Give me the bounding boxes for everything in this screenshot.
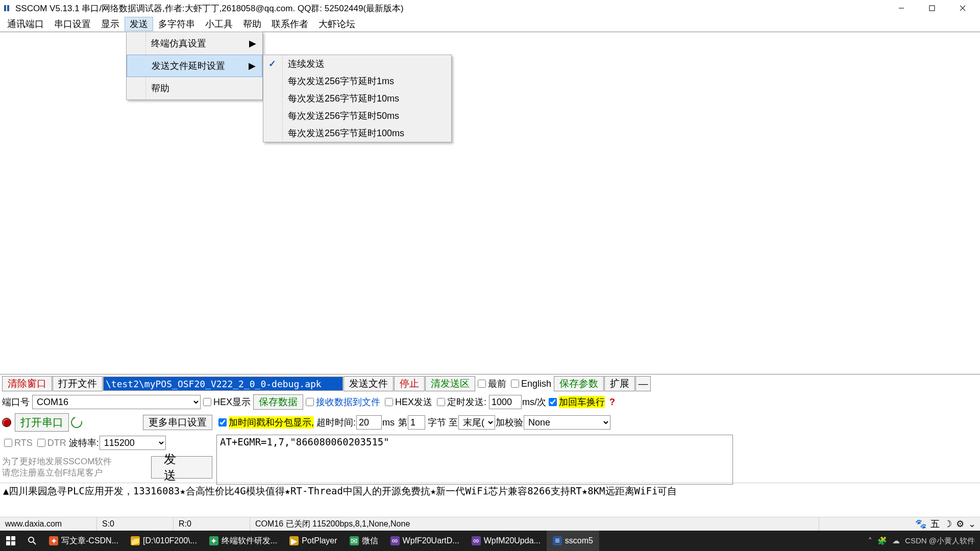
- file-path-input[interactable]: [103, 377, 343, 391]
- interval-input[interactable]: [489, 395, 522, 409]
- timeout-unit-label: ms: [382, 417, 398, 428]
- start-button[interactable]: [0, 531, 21, 551]
- checksum-select[interactable]: None: [524, 415, 610, 430]
- english-checkbox[interactable]: English: [509, 379, 553, 389]
- status-port-info: COM16 已关闭 115200bps,8,1,None,None: [250, 517, 819, 531]
- submenu-delay-50ms[interactable]: 每次发送256字节延时50ms: [263, 107, 451, 124]
- taskbar-app-1[interactable]: 📁[D:\010F200\...: [125, 531, 203, 551]
- send-text-input[interactable]: AT+EGMR=1,7,"866080060203515": [216, 435, 733, 485]
- menu-serial-settings[interactable]: 串口设置: [49, 17, 96, 31]
- menu-send-file-delay[interactable]: 发送文件延时设置 ▶: [127, 55, 262, 77]
- clear-window-button[interactable]: 清除窗口: [2, 376, 52, 391]
- paw-icon[interactable]: 🐾: [915, 518, 926, 530]
- taskbar-app-4[interactable]: ✉微信: [344, 531, 384, 551]
- open-file-button[interactable]: 打开文件: [53, 376, 103, 391]
- hex-show-checkbox[interactable]: HEX显示: [201, 396, 253, 408]
- menu-display[interactable]: 显示: [96, 17, 125, 31]
- submenu-delay-10ms[interactable]: 每次发送256字节延时10ms: [263, 90, 451, 107]
- menu-help[interactable]: 帮助: [238, 17, 266, 31]
- collapse-button[interactable]: —: [635, 376, 651, 391]
- moon-icon[interactable]: ☽: [944, 518, 952, 530]
- system-tray[interactable]: ˄ 🧩 ☁ CSDN @小黄人软件: [863, 536, 980, 546]
- svg-rect-8: [6, 541, 10, 545]
- menu-send[interactable]: 发送: [125, 17, 153, 31]
- add-timestamp-checkbox[interactable]: 加时间戳和分包显示,: [216, 416, 316, 429]
- stop-button[interactable]: 停止: [394, 376, 425, 391]
- menu-item-label: 每次发送256字节延时50ms: [288, 110, 399, 122]
- more-settings-button[interactable]: 更多串口设置: [143, 415, 212, 430]
- menu-contact[interactable]: 联系作者: [266, 17, 313, 31]
- help-icon[interactable]: ?: [607, 397, 617, 408]
- taskbar: ✦写文章-CSDN... 📁[D:\010F200\... ✦终端软件研发...…: [0, 531, 980, 551]
- menu-bar: 通讯端口 串口设置 显示 发送 多字符串 小工具 帮助 联系作者 大虾论坛: [0, 16, 980, 32]
- clear-send-area-button[interactable]: 清发送区: [425, 376, 475, 391]
- recv-to-file-checkbox[interactable]: 接收数据到文件: [304, 396, 382, 408]
- tray-icon[interactable]: 🧩: [877, 536, 887, 545]
- taskbar-app-3[interactable]: ▶PotPlayer: [283, 531, 343, 551]
- svg-rect-6: [6, 536, 10, 540]
- check-icon: ✓: [268, 58, 276, 69]
- taskbar-app-2[interactable]: ✦终端软件研发...: [203, 531, 283, 551]
- expand-button[interactable]: 扩展: [604, 376, 635, 391]
- dtr-checkbox[interactable]: DTR: [35, 438, 68, 448]
- toolbar-row-5: 为了更好地发展SSCOM软件 请您注册嘉立创F结尾客户 发 送: [0, 452, 214, 483]
- toolbar-row-3-left: 打开串口 更多串口设置: [0, 411, 214, 434]
- submenu-arrow-icon: ▶: [249, 38, 256, 49]
- submenu-delay-1ms[interactable]: 每次发送256字节延时1ms: [263, 72, 451, 90]
- menu-item-label: 每次发送256字节延时100ms: [288, 127, 404, 139]
- svg-line-11: [33, 542, 36, 544]
- record-icon: [2, 418, 11, 427]
- tail-select[interactable]: 末尾(?: [458, 415, 495, 430]
- tray-icon[interactable]: ☁: [892, 536, 900, 545]
- maximize-button[interactable]: [917, 0, 947, 16]
- timed-send-checkbox[interactable]: 定时发送:: [435, 396, 488, 408]
- status-send-count: S:0: [97, 517, 174, 531]
- svg-rect-0: [4, 5, 6, 11]
- baud-select[interactable]: 115200: [100, 436, 166, 450]
- menu-item-label: 连续发送: [288, 58, 325, 70]
- menu-forum[interactable]: 大虾论坛: [313, 17, 360, 31]
- menu-help-item[interactable]: 帮助: [127, 77, 262, 99]
- baud-label: 波特率:: [69, 437, 99, 449]
- app-icon: [2, 3, 12, 13]
- submenu-delay-100ms[interactable]: 每次发送256字节延时100ms: [263, 124, 451, 142]
- rts-checkbox[interactable]: RTS: [2, 438, 35, 448]
- save-data-button[interactable]: 保存数据: [253, 394, 303, 410]
- menu-multistring[interactable]: 多字符串: [153, 17, 200, 31]
- ad-banner[interactable]: ▲四川果园急寻PLC应用开发，13316083★合高性价比4G模块值得★RT-T…: [0, 483, 980, 499]
- port-label: 端口号: [2, 396, 32, 408]
- status-tray-icons: 🐾 五 ☽ ⚙ ⌄: [911, 518, 980, 530]
- byte-input[interactable]: [408, 415, 425, 430]
- menu-item-label: 每次发送256字节延时1ms: [288, 75, 394, 87]
- menu-tools[interactable]: 小工具: [200, 17, 238, 31]
- timeout-input[interactable]: [356, 415, 382, 430]
- open-port-button[interactable]: 打开串口: [15, 413, 69, 432]
- add-crlf-checkbox[interactable]: 加回车换行: [547, 396, 607, 408]
- minimize-button[interactable]: [886, 0, 917, 16]
- taskbar-app-6[interactable]: ∞WpfM20Upda...: [465, 531, 547, 551]
- save-params-button[interactable]: 保存参数: [554, 376, 604, 391]
- toolbar-row-2: 端口号 COM16 HEX显示 保存数据 接收数据到文件 HEX发送 定时发送:…: [0, 393, 980, 411]
- hex-send-checkbox[interactable]: HEX发送: [383, 396, 434, 408]
- gear-icon[interactable]: ⚙: [956, 518, 964, 530]
- taskbar-app-5[interactable]: ∞WpfF20UartD...: [384, 531, 465, 551]
- control-panel: 清除窗口 打开文件 发送文件 停止 清发送区 最前 English 保存参数 扩…: [0, 374, 980, 517]
- menu-comm-port[interactable]: 通讯端口: [2, 17, 49, 31]
- taskbar-app-7[interactable]: ≡sscom5: [547, 531, 599, 551]
- down-icon[interactable]: ⌄: [968, 518, 976, 530]
- timeout-label: 超时时间:: [316, 416, 356, 429]
- taskbar-app-0[interactable]: ✦写文章-CSDN...: [43, 531, 125, 551]
- search-button[interactable]: [21, 531, 43, 551]
- submenu-continuous-send[interactable]: ✓ 连续发送: [263, 55, 451, 72]
- refresh-button[interactable]: [69, 417, 84, 428]
- close-button[interactable]: [947, 0, 978, 16]
- ime-icon[interactable]: 五: [930, 518, 940, 530]
- menu-terminal-emulation[interactable]: 终端仿真设置 ▶: [127, 32, 262, 55]
- svg-rect-9: [11, 541, 15, 545]
- port-select[interactable]: COM16: [32, 395, 201, 409]
- send-button[interactable]: 发 送: [151, 456, 212, 479]
- status-url[interactable]: www.daxia.com: [0, 517, 97, 531]
- on-top-checkbox[interactable]: 最前: [476, 378, 508, 390]
- chevron-up-icon[interactable]: ˄: [868, 536, 872, 545]
- send-file-button[interactable]: 发送文件: [344, 376, 394, 391]
